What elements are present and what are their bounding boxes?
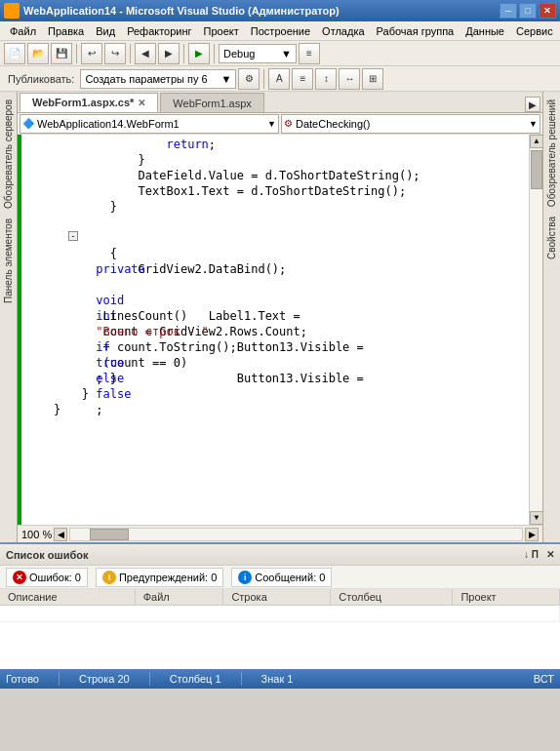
code-line-3: DateField.Value = d.ToShortDateString();: [21, 168, 529, 183]
tb-extra-3[interactable]: ↕: [315, 68, 337, 90]
main-area: Обозреватель серверов Панель элементов W…: [0, 92, 560, 542]
redo-button[interactable]: ↪: [104, 43, 126, 64]
open-file-button[interactable]: 📂: [27, 43, 49, 64]
create-params-dropdown[interactable]: Создать параметры пу 6 ▼: [80, 69, 236, 89]
class-dropdown-arrow: ▼: [267, 119, 276, 129]
collapse-icon[interactable]: -: [68, 231, 78, 241]
properties-label[interactable]: Свойства: [544, 213, 559, 263]
pin-button[interactable]: ↓ П: [524, 549, 539, 560]
app-icon: [4, 3, 20, 19]
error-icon: ✕: [13, 571, 26, 584]
close-button[interactable]: ✕: [539, 3, 556, 19]
zoom-decrease-button[interactable]: ◀: [54, 528, 67, 541]
tab-cs[interactable]: WebForm1.aspx.cs* ✕: [20, 93, 158, 112]
status-col: Столбец 1: [170, 673, 221, 685]
window-controls: ─ □ ✕: [500, 3, 556, 19]
status-row: Строка 20: [79, 673, 130, 685]
editor-container: WebForm1.aspx.cs* ✕ WebForm1.aspx ▶ 🔷 We…: [18, 92, 542, 542]
code-editor[interactable]: return; } DateField.Value = d.ToShortDat…: [18, 135, 542, 525]
col-row[interactable]: Строка: [223, 589, 331, 606]
separator-4: [214, 44, 215, 63]
maximize-button[interactable]: □: [519, 3, 537, 19]
status-bar: Готово Строка 20 Столбец 1 Знак 1 ВСТ: [0, 669, 560, 689]
menu-refactor[interactable]: Рефакторинг: [121, 23, 197, 39]
error-table: Описание Файл Строка Столбец Проект: [0, 589, 560, 622]
scroll-thumb[interactable]: [531, 150, 542, 189]
minimize-button[interactable]: ─: [500, 3, 517, 19]
col-description[interactable]: Описание: [0, 589, 135, 606]
scroll-up-button[interactable]: ▲: [530, 135, 542, 148]
scroll-down-button[interactable]: ▼: [530, 511, 542, 525]
horizontal-scrollbar[interactable]: [69, 528, 523, 541]
messages-badge[interactable]: i Сообщений: 0: [231, 568, 332, 587]
warnings-count: 0: [211, 572, 217, 583]
method-dropdown[interactable]: ⚙ DateChecking() ▼: [281, 114, 540, 134]
menu-project[interactable]: Проект: [198, 23, 245, 39]
tb-extra-4[interactable]: ↔: [339, 68, 360, 90]
debug-options-button[interactable]: ≡: [299, 43, 320, 64]
errors-badge[interactable]: ✕ Ошибок: 0: [6, 568, 88, 587]
tb-extra-1[interactable]: A: [268, 68, 290, 90]
toolbox-label[interactable]: Панель элементов: [1, 215, 16, 307]
close-panel-button[interactable]: ✕: [546, 549, 554, 560]
vertical-scrollbar[interactable]: ▲ ▼: [529, 135, 542, 525]
separator-3: [183, 44, 184, 63]
server-explorer-label[interactable]: Обозреватель серверов: [1, 96, 16, 213]
h-scroll-thumb[interactable]: [90, 529, 129, 540]
messages-label: Сообщений:: [255, 572, 316, 583]
toolbar-2: Публиковать: Создать параметры пу 6 ▼ ⚙ …: [0, 66, 560, 92]
class-dropdown[interactable]: 🔷 WebApplication14.WebForm1 ▼: [20, 114, 279, 134]
tb-extra-5[interactable]: ⊞: [362, 68, 383, 90]
menu-tools[interactable]: Сервис: [510, 23, 559, 39]
warnings-badge[interactable]: ! Предупреждений: 0: [96, 568, 223, 587]
error-panel-header: Список ошибок ↓ П ✕: [0, 544, 560, 566]
run-button[interactable]: ▶: [188, 43, 210, 64]
code-line-2: }: [21, 152, 529, 168]
solution-explorer-label[interactable]: Обозреватель решений: [544, 96, 559, 211]
publish-label: Публиковать:: [4, 73, 78, 85]
info-icon: i: [238, 571, 252, 584]
zoom-increase-button[interactable]: ▶: [525, 528, 539, 541]
tab-bar: WebForm1.aspx.cs* ✕ WebForm1.aspx ▶: [18, 92, 542, 113]
method-dropdown-value: DateChecking(): [296, 118, 370, 130]
tab-aspx[interactable]: WebForm1.aspx: [160, 93, 264, 112]
tab-cs-close-icon[interactable]: ✕: [138, 98, 145, 108]
col-col[interactable]: Столбец: [331, 589, 453, 606]
menu-debug[interactable]: Отладка: [316, 23, 370, 39]
change-indicator-bar: [18, 135, 21, 525]
class-dropdown-value: WebApplication14.WebForm1: [37, 118, 180, 130]
error-toolbar: ✕ Ошибок: 0 ! Предупреждений: 0 i Сообще…: [0, 566, 560, 589]
menu-team[interactable]: Рабочая группа: [371, 23, 460, 39]
new-project-button[interactable]: 📄: [4, 43, 25, 64]
status-sep-2: [149, 672, 150, 686]
undo-button[interactable]: ↩: [81, 43, 102, 64]
menu-build[interactable]: Построение: [245, 23, 316, 39]
scroll-track[interactable]: [530, 148, 542, 511]
col-file[interactable]: Файл: [135, 589, 223, 606]
zoom-bar: 100 % ◀ ▶: [18, 525, 542, 542]
menu-view[interactable]: Вид: [90, 23, 121, 39]
code-line-1: return;: [21, 137, 529, 152]
menu-file[interactable]: Файл: [4, 23, 42, 39]
menu-data[interactable]: Данные: [460, 23, 510, 39]
tb-extra-2[interactable]: ≡: [292, 68, 313, 90]
separator-5: [263, 69, 264, 89]
saved-indicator: [18, 135, 21, 525]
chevron-down-icon: ▼: [281, 48, 292, 59]
col-project[interactable]: Проект: [453, 589, 560, 606]
tab-scroll-right[interactable]: ▶: [525, 97, 540, 112]
errors-label: Ошибок:: [29, 572, 72, 583]
back-button[interactable]: ◀: [135, 43, 156, 64]
forward-button[interactable]: ▶: [158, 43, 180, 64]
save-button[interactable]: 💾: [51, 43, 72, 64]
publish-settings-button[interactable]: ⚙: [238, 68, 260, 90]
code-content[interactable]: return; } DateField.Value = d.ToShortDat…: [21, 135, 529, 525]
error-grid[interactable]: Описание Файл Строка Столбец Проект: [0, 589, 560, 669]
code-line-7: private void LinesCount() -: [21, 230, 529, 246]
code-line-20: [21, 433, 529, 449]
code-line-21: [21, 449, 529, 464]
debug-dropdown[interactable]: Debug ▼: [219, 44, 297, 63]
code-line-23: [21, 480, 529, 495]
status-ready: Готово: [6, 673, 39, 685]
menu-edit[interactable]: Правка: [42, 23, 90, 39]
